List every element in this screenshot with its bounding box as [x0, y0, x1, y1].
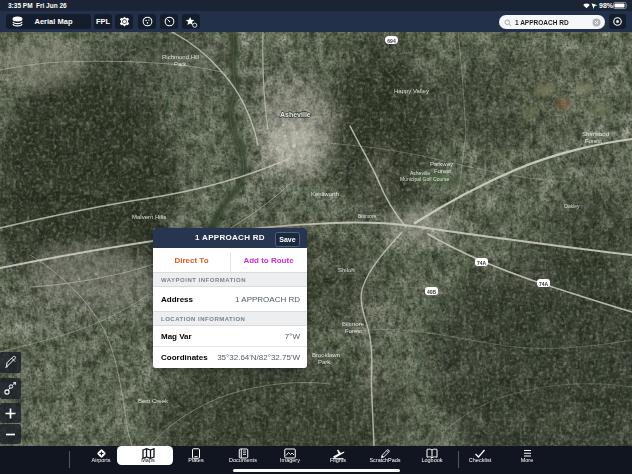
svg-text:Park: Park [318, 359, 331, 365]
svg-text:Richmond Hill: Richmond Hill [162, 54, 199, 60]
svg-text:Shiloh: Shiloh [338, 267, 355, 273]
svg-text:694: 694 [387, 38, 396, 44]
svg-text:74A: 74A [477, 260, 487, 266]
svg-text:Sherwood: Sherwood [582, 131, 609, 137]
svg-text:Bent Creek: Bent Creek [138, 398, 169, 404]
svg-text:Happy Valley: Happy Valley [394, 88, 429, 94]
svg-text:Forest: Forest [585, 138, 602, 144]
svg-text:Kenilworth: Kenilworth [311, 191, 339, 197]
svg-text:Oakley: Oakley [564, 203, 580, 209]
svg-text:Forest: Forest [434, 168, 451, 174]
svg-text:98%: 98% [599, 2, 614, 9]
svg-text:Municipal Golf Course: Municipal Golf Course [400, 176, 449, 182]
svg-text:40B: 40B [427, 289, 437, 295]
svg-text:Forest: Forest [345, 328, 362, 334]
svg-text:Brooklawn: Brooklawn [312, 352, 340, 358]
svg-text:Park: Park [174, 61, 187, 67]
svg-text:74A: 74A [539, 281, 549, 287]
svg-text:Asheville: Asheville [280, 111, 311, 118]
svg-text:Biltmore: Biltmore [358, 213, 377, 219]
svg-text:Malvern Hills: Malvern Hills [132, 214, 166, 220]
svg-text:Parkway: Parkway [430, 161, 453, 167]
svg-text:Biltmore: Biltmore [342, 321, 365, 327]
